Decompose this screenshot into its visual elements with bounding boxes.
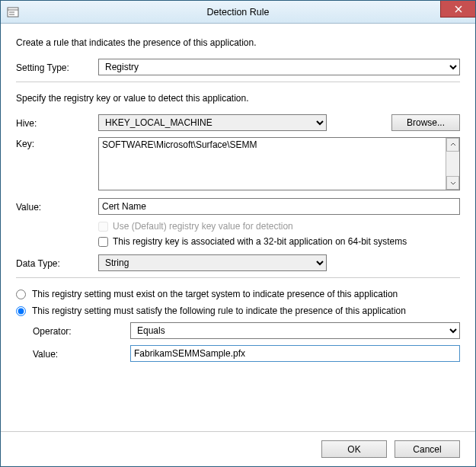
hive-select[interactable]: HKEY_LOCAL_MACHINE (98, 114, 327, 131)
key-label: Key: (16, 137, 98, 149)
operator-label: Operator: (16, 325, 130, 337)
hive-label: Hive: (16, 117, 98, 129)
titlebar: Detection Rule (1, 1, 475, 24)
data-type-label: Data Type: (16, 257, 98, 269)
key-spin-up[interactable] (446, 138, 459, 152)
chevron-down-icon (450, 180, 456, 186)
value-label: Value: (16, 200, 98, 213)
close-button[interactable] (440, 1, 475, 18)
separator (16, 82, 460, 82)
value-input[interactable] (98, 198, 460, 215)
assoc-32bit-label: This registry key is associated with a 3… (113, 236, 407, 247)
key-value: SOFTWARE\Microsoft\Surface\SEMM (102, 139, 257, 150)
dialog-footer: OK Cancel (1, 431, 475, 466)
dialog-title: Detection Rule (1, 7, 475, 18)
rule-value-input[interactable] (130, 345, 460, 362)
rule-value-label: Value: (16, 347, 130, 360)
data-type-select[interactable]: String (98, 254, 327, 271)
intro-text: Create a rule that indicates the presenc… (16, 37, 460, 48)
operator-select[interactable]: Equals (130, 322, 460, 339)
ok-button[interactable]: OK (321, 440, 387, 458)
specify-text: Specify the registry key or value to det… (16, 93, 460, 104)
setting-type-label: Setting Type: (16, 61, 98, 73)
radio-satisfy-rule[interactable] (16, 306, 26, 316)
separator-2 (16, 277, 460, 278)
key-input[interactable]: SOFTWARE\Microsoft\Surface\SEMM (98, 137, 460, 190)
use-default-checkbox (98, 222, 108, 232)
setting-type-select[interactable]: Registry (98, 59, 460, 75)
radio-must-exist-label: This registry setting must exist on the … (32, 289, 398, 299)
detection-rule-dialog: Detection Rule Create a rule that indica… (0, 0, 476, 467)
key-spinner (446, 138, 459, 190)
key-spin-track (446, 152, 459, 176)
assoc-32bit-checkbox[interactable] (98, 237, 108, 247)
radio-must-exist[interactable] (16, 289, 26, 299)
close-icon (455, 5, 462, 13)
radio-satisfy-rule-label: This registry setting must satisfy the f… (32, 305, 406, 316)
use-default-label: Use (Default) registry key value for det… (113, 221, 293, 232)
cancel-button[interactable]: Cancel (395, 440, 460, 458)
key-spin-down[interactable] (446, 176, 459, 190)
dialog-content: Create a rule that indicates the presenc… (1, 24, 475, 431)
browse-button[interactable]: Browse... (391, 114, 460, 131)
chevron-up-icon (450, 142, 456, 148)
app-icon (7, 6, 19, 18)
